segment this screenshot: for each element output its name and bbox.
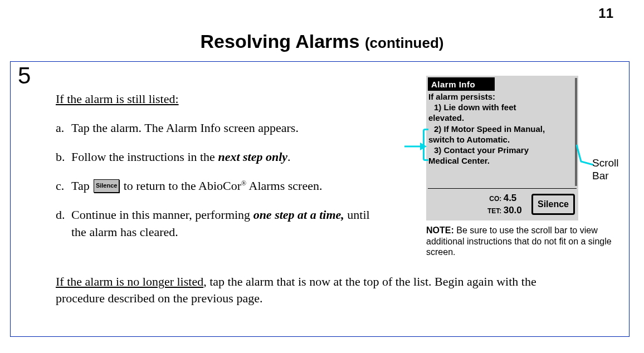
- silence-button[interactable]: Silence: [531, 194, 575, 215]
- no-longer-lead: If the alarm is no longer listed: [56, 274, 203, 288]
- text-pre: Follow the instructions in the: [71, 150, 218, 164]
- document-page: 11 Resolving Alarms (continued) 5 If the…: [0, 0, 644, 353]
- device-line: If alarm persists:: [428, 91, 573, 102]
- text-emph: one step at a time,: [253, 208, 344, 222]
- title-continued: (continued): [365, 35, 444, 51]
- list-letter: b.: [56, 148, 71, 166]
- no-longer-paragraph: If the alarm is no longer listed, tap th…: [56, 273, 552, 306]
- svg-marker-1: [420, 143, 427, 150]
- device-body-text: If alarm persists: 1) Lie down with feet…: [428, 91, 573, 166]
- note-label: NOTE:: [426, 225, 454, 235]
- co-label: CO:: [489, 195, 501, 203]
- text-post: .: [287, 150, 291, 164]
- page-title: Resolving Alarms (continued): [0, 31, 644, 52]
- scroll-label-line2: Bar: [592, 170, 619, 183]
- device-line: Medical Center.: [428, 155, 573, 166]
- device-line: 2) If Motor Speed in Manual,: [428, 124, 573, 134]
- list-letter: a.: [56, 119, 71, 137]
- list-body: Follow the instructions in the next step…: [71, 148, 384, 166]
- tet-label: TET:: [487, 207, 501, 215]
- list-body: Tap the alarm. The Alarm Info screen app…: [71, 119, 384, 137]
- silence-inline-icon: Silence: [94, 179, 119, 193]
- device-line: 1) Lie down with feet: [428, 102, 573, 112]
- text-pre: Continue in this manner, performing: [71, 208, 253, 222]
- text-emph: next step only: [218, 150, 287, 164]
- device-figure: Alarm Info If alarm persists: 1) Lie dow…: [426, 76, 578, 220]
- registered-mark: ®: [241, 179, 246, 187]
- text-post: Alarms screen.: [246, 179, 322, 193]
- list-body: Tap Silence to return to the AbioCor® Al…: [71, 177, 384, 195]
- heading-still-listed-text: If the alarm is still listed:: [56, 92, 179, 106]
- device-divider: [428, 188, 577, 189]
- device-line: elevated.: [428, 112, 573, 123]
- step-number: 5: [18, 62, 31, 89]
- list-body: Continue in this manner, performing one …: [71, 206, 384, 242]
- page-number: 11: [598, 6, 613, 21]
- arrow-right-icon: [404, 141, 427, 152]
- instructions-column: If the alarm is still listed: a. Tap the…: [56, 90, 384, 252]
- scroll-bar-label: Scroll Bar: [592, 157, 619, 183]
- co-value: 4.5: [504, 192, 524, 204]
- text-mid: to return to the AbioCor: [120, 179, 241, 193]
- list-item-b: b. Follow the instructions in the next s…: [56, 148, 384, 166]
- figure-note: NOTE: Be sure to use the scroll bar to v…: [426, 225, 627, 258]
- device-line: switch to Automatic.: [428, 134, 573, 145]
- tet-value: 30.0: [504, 204, 524, 217]
- text-pre: Tap: [71, 179, 92, 193]
- list-letter: d.: [56, 206, 71, 242]
- list-letter: c.: [56, 177, 71, 195]
- list-item-d: d. Continue in this manner, performing o…: [56, 206, 384, 242]
- list-item-c: c. Tap Silence to return to the AbioCor®…: [56, 177, 384, 195]
- device-line: 3) Contact your Primary: [428, 145, 573, 155]
- device-metrics: CO: 4.5 TET: 30.0: [487, 192, 524, 217]
- device-titlebar: Alarm Info: [428, 77, 495, 91]
- device-screen: Alarm Info If alarm persists: 1) Lie dow…: [426, 76, 578, 220]
- device-scrollbar[interactable]: [575, 78, 577, 186]
- list-item-a: a. Tap the alarm. The Alarm Info screen …: [56, 119, 384, 137]
- heading-still-listed: If the alarm is still listed:: [56, 90, 384, 108]
- note-text: Be sure to use the scroll bar to view ad…: [426, 225, 612, 257]
- scroll-label-line1: Scroll: [592, 157, 619, 170]
- title-main: Resolving Alarms: [201, 31, 365, 52]
